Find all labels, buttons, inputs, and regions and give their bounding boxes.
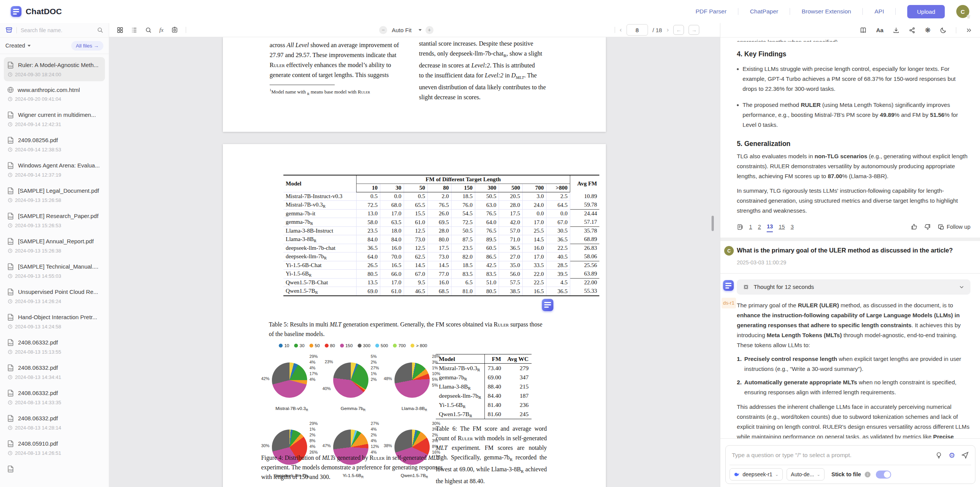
upload-button[interactable]: Upload [907,5,945,18]
nav-pdf-parser[interactable]: PDF Parser [684,8,738,15]
font-size-icon[interactable]: Aa [876,27,883,33]
download-icon[interactable] [893,27,900,34]
follow-up-button[interactable]: Follow up [937,222,970,232]
table5-header-avg: Avg FM [570,175,600,192]
send-icon[interactable] [961,451,969,459]
citation-page-link[interactable]: 13 [767,221,773,232]
pdf-file-icon: PDF [7,439,15,448]
snapshot-icon[interactable] [171,26,178,33]
table6-row: Mistral-7B-v0.3R73.40279 [436,364,532,373]
answer-detail-select[interactable]: Auto-de... ⌄ [787,468,825,480]
history-back-button[interactable]: ← [673,25,684,35]
file-list-item[interactable]: PDF[SAMPLE] Research_Paper.pdf2024-09-13… [4,208,105,232]
thought-collapse-bar[interactable]: Thought for 12 seconds [737,279,970,295]
search-input[interactable]: Search file name. [21,27,93,33]
file-list-item[interactable]: PDF[SAMPLE] Technical_Manual....2024-09-… [4,259,105,283]
nav-chatpaper[interactable]: ChatPaper [738,8,790,15]
panel-resize-handle[interactable] [712,216,714,231]
file-list-item[interactable]: PDF2408.05910.pdf2024-08-13 14:26:51 [4,436,105,460]
page-number-input[interactable]: 8 [627,24,648,36]
user-avatar[interactable]: C ♛ [956,5,969,18]
zoom-out-button[interactable]: − [379,26,387,34]
stick-to-file-toggle[interactable] [876,471,891,479]
pdf-viewer[interactable]: across All Level showed an average impro… [109,37,720,487]
archive-icon[interactable] [5,26,13,34]
pdf-file-icon: PDF [7,338,15,346]
file-list-item[interactable]: PDF [4,461,105,477]
file-date: 2024-09-13 15:26:53 [15,223,61,228]
zoom-in-button[interactable]: + [425,26,434,34]
citation-page-link[interactable]: 3 [790,222,793,232]
zoom-level[interactable]: Auto Fit [392,27,412,33]
file-date: 2024-09-13 15:26:58 [15,197,61,203]
file-title: Wigner current in multidimen... [18,112,102,118]
document-search-icon[interactable] [145,27,152,33]
file-list-item[interactable]: PDF2408.06332.pdf2024-08-13 14:34:41 [4,360,105,384]
history-forward-button[interactable]: → [689,25,699,35]
file-list-item[interactable]: PDF2408.06332.pdf2024-08-13 14:33:35 [4,385,105,409]
file-title: [SAMPLE] Technical_Manual.... [18,263,102,270]
formula-icon[interactable]: fx [159,27,164,33]
table6-row: gemma-7bR69.00347 [436,373,532,382]
zoom-caret-icon[interactable] [419,29,422,31]
search-icon[interactable] [97,27,103,33]
pdf-page-8: ModelFM of Different Target LengthAvg FM… [223,144,606,487]
nav-api[interactable]: API [863,8,895,15]
file-list-item[interactable]: PDFWigner current in multidimen...2024-0… [4,107,105,131]
file-list-item[interactable]: PDF[SAMPLE] Legal_Document.pdf2024-09-13… [4,183,105,207]
citation-page-link[interactable]: 1 [749,222,752,232]
chat-panel: Aa ❋ appropriate lengths when not specif… [720,23,980,487]
next-page-icon[interactable]: › [667,26,669,34]
file-list-item[interactable]: www.anthropic.com.html2024-09-20 09:41:0… [4,82,105,106]
legend-item: 10 [279,343,289,348]
openai-icon[interactable]: ❋ [925,26,931,34]
file-list-item[interactable]: PDF2408.06332.pdf2024-08-13 15:13:55 [4,335,105,359]
dark-mode-icon[interactable] [940,27,947,34]
prompt-ideas-icon[interactable] [935,452,942,459]
collapse-panel-icon[interactable] [965,27,972,33]
svg-text:PDF: PDF [8,216,13,218]
thumbs-down-icon[interactable] [924,223,931,230]
thumbnail-grid-icon[interactable] [117,27,123,33]
summary-book-icon[interactable] [859,27,867,34]
outline-list-icon[interactable] [131,27,137,33]
nav-browser-extension[interactable]: Browser Extension [790,8,862,15]
citation-page-link[interactable]: 15 [779,222,785,232]
clock-icon [8,299,13,304]
clock-icon [8,451,13,456]
sort-dropdown[interactable]: Created [5,43,25,49]
file-date: 2024-08-13 14:33:35 [15,400,61,405]
file-title: 2408.06332.pdf [18,364,102,371]
file-list-item[interactable]: PDFWindows Agent Arena: Evalua...2024-09… [4,157,105,182]
pdf-file-icon: PDF [7,136,15,144]
file-title: [SAMPLE] Legal_Document.pdf [18,187,102,194]
file-date: 2024-09-14 12:42:31 [15,121,61,127]
pdf-file-icon: PDF [7,389,15,397]
main-question-input[interactable]: Type a question or type "/" to select a … [725,445,975,484]
clock-icon [8,147,13,152]
gear-icon[interactable]: ⚙ [949,452,955,459]
file-list-item[interactable]: PDFUnsupervised Point Cloud Re...2024-09… [4,284,105,308]
share-icon[interactable] [909,27,916,34]
file-list-item[interactable]: PDF2409.08256.pdf2024-09-14 12:38:53 [4,132,105,156]
model-select[interactable]: deepseek-r1 ⌄ [730,468,783,480]
file-list-item[interactable]: PDFRuler: A Model-Agnostic Meth...2024-0… [4,57,105,81]
table5-row: gemma-7b-it13.017.015.526.054.576.517.50… [283,210,599,218]
file-list-item[interactable]: PDF[SAMPLE] Annual_Report.pdf2024-09-13 … [4,233,105,257]
chatdoc-select-table-button[interactable] [542,299,553,311]
thumbs-up-icon[interactable] [911,223,918,230]
all-files-button[interactable]: All files → [71,41,103,51]
table5-col-header: >800 [546,184,570,192]
info-icon[interactable]: i [865,472,870,477]
app-header: ChatDOC PDF Parser ChatPaper Browser Ext… [0,0,980,23]
chat-messages[interactable]: appropriate lengths when not specified).… [720,37,980,439]
clock-icon [8,122,13,127]
citation-page-link[interactable]: 2 [758,222,761,232]
svg-text:PDF: PDF [8,393,13,395]
input-placeholder[interactable]: Type a question or type "/" to select a … [732,452,929,459]
file-list-item[interactable]: PDF2408.06332.pdf2024-08-13 14:28:14 [4,410,105,435]
svg-text:PDF: PDF [8,115,13,117]
prev-page-icon[interactable]: ‹ [620,26,622,34]
file-list-item[interactable]: PDFHand-Object Interaction Pretr...2024-… [4,309,105,333]
table5-row: Llama-3-8BR84.084.073.080.087.589.571.01… [283,235,599,244]
